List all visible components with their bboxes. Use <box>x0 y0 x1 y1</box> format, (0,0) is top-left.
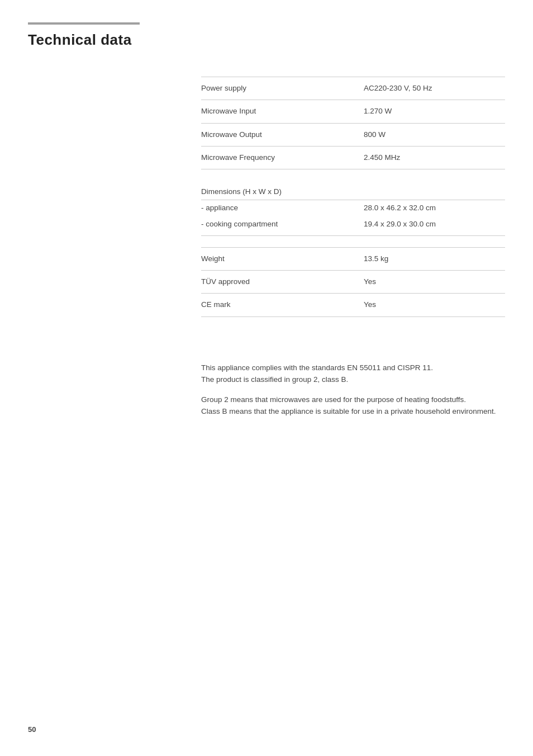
dimension-label: - cooking compartment <box>201 216 359 236</box>
page-container: Technical data Power supply AC220-230 V,… <box>0 0 533 756</box>
dimension-value: 28.0 x 46.2 x 32.0 cm <box>359 200 505 216</box>
extra-value: Yes <box>359 294 505 316</box>
extra-label: TÜV approved <box>201 271 359 294</box>
table-row: Power supply AC220-230 V, 50 Hz <box>201 77 505 100</box>
spec-label: Microwave Input <box>201 100 359 123</box>
dimension-value: 19.4 x 29.0 x 30.0 cm <box>359 216 505 236</box>
header-bar <box>28 22 140 25</box>
table-row: TÜV approved Yes <box>201 271 505 294</box>
spec-label: Power supply <box>201 77 359 100</box>
spec-value: 800 W <box>359 123 505 146</box>
spec-value: 1.270 W <box>359 100 505 123</box>
page-title: Technical data <box>28 31 505 49</box>
table-row: - cooking compartment 19.4 x 29.0 x 30.0… <box>201 216 505 236</box>
extras-table: Weight 13.5 kg TÜV approved Yes CE mark … <box>201 247 505 317</box>
specs-table: Power supply AC220-230 V, 50 Hz Microwav… <box>201 77 505 169</box>
dimensions-header-label: Dimensions (H x W x D) <box>201 181 505 200</box>
spec-value: AC220-230 V, 50 Hz <box>359 77 505 100</box>
table-row: Microwave Output 800 W <box>201 123 505 146</box>
page-number: 50 <box>28 725 36 734</box>
extra-label: CE mark <box>201 294 359 316</box>
spec-label: Microwave Frequency <box>201 146 359 169</box>
compliance-text: This appliance complies with the standar… <box>201 362 505 418</box>
dimension-label: - appliance <box>201 200 359 216</box>
dimensions-header-row: Dimensions (H x W x D) <box>201 181 505 200</box>
table-row: Microwave Input 1.270 W <box>201 100 505 123</box>
extra-value: 13.5 kg <box>359 247 505 270</box>
table-row: Microwave Frequency 2.450 MHz <box>201 146 505 169</box>
table-row: - appliance 28.0 x 46.2 x 32.0 cm <box>201 200 505 216</box>
spec-value: 2.450 MHz <box>359 146 505 169</box>
extra-label: Weight <box>201 247 359 270</box>
table-row: Weight 13.5 kg <box>201 247 505 270</box>
compliance-paragraph-1: This appliance complies with the standar… <box>201 362 505 386</box>
extra-value: Yes <box>359 271 505 294</box>
compliance-paragraph-2: Group 2 means that microwaves are used f… <box>201 394 505 418</box>
table-row: CE mark Yes <box>201 294 505 316</box>
content-area: Power supply AC220-230 V, 50 Hz Microwav… <box>201 77 505 418</box>
spec-label: Microwave Output <box>201 123 359 146</box>
dimensions-table: Dimensions (H x W x D) - appliance 28.0 … <box>201 181 505 236</box>
